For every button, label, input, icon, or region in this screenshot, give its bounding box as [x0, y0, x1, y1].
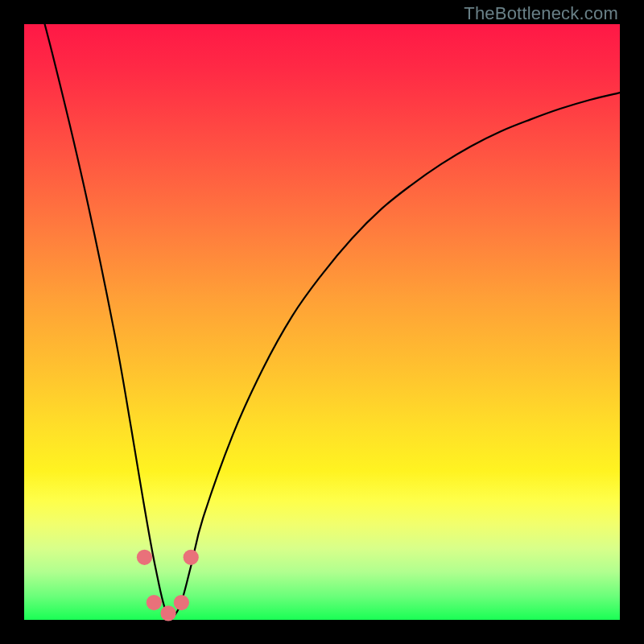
- chart-frame: TheBottleneck.com: [0, 0, 644, 644]
- plot-area: [24, 24, 620, 620]
- watermark-text: TheBottleneck.com: [464, 3, 618, 24]
- curve-svg: [24, 24, 620, 620]
- marker-group: [137, 550, 199, 621]
- curve-marker: [174, 595, 189, 610]
- curve-marker: [137, 550, 152, 565]
- curve-marker: [160, 605, 175, 621]
- curve-marker: [184, 550, 199, 565]
- curve-marker: [147, 595, 162, 610]
- bottleneck-curve: [24, 0, 620, 617]
